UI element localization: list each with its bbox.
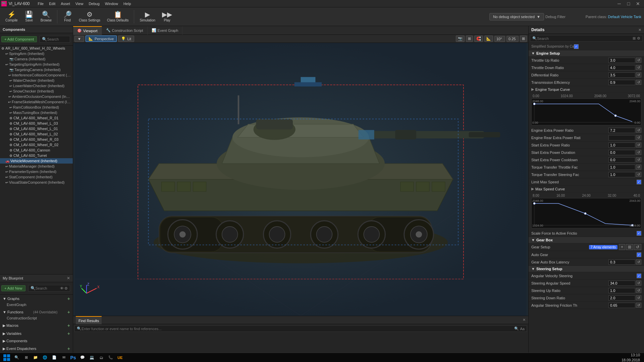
component-item[interactable]: ↩AmbientOcclusionComponent (Inherited) (0, 94, 73, 99)
throttle-up-reset[interactable]: ↺ (636, 58, 641, 63)
bp-settings-icon[interactable]: ⚙ (64, 286, 68, 291)
maximize-button[interactable]: □ (624, 0, 633, 7)
event-dispatchers-add-button[interactable]: + (67, 346, 70, 351)
viewport[interactable]: NO PRECOMPUTED VISIBILITY (73, 43, 528, 316)
details-grid-view[interactable]: ⊞ (633, 36, 636, 41)
class-settings-button[interactable]: ⚙ Class Settings (76, 10, 103, 23)
taskbar-ps[interactable]: Ps (69, 354, 77, 362)
functions-add-button[interactable]: + (67, 309, 70, 315)
steering-up-input[interactable] (608, 288, 635, 293)
minimize-button[interactable]: ─ (614, 0, 624, 7)
gear-latency-reset[interactable]: ↺ (636, 259, 641, 264)
menu-window[interactable]: Window (102, 0, 121, 7)
menu-file[interactable]: File (35, 0, 47, 7)
component-item[interactable]: ↩WaterChecker (Inherited) (0, 78, 73, 83)
taskbar-search-button[interactable]: 🔍 (13, 354, 21, 362)
menu-debug[interactable]: Debug (86, 0, 102, 7)
angle-icon-btn[interactable]: 📐 (484, 36, 493, 42)
limit-max-checkbox[interactable] (637, 180, 641, 184)
component-item[interactable]: 📷TargetingCamera (Inherited) (0, 67, 73, 72)
start-cooldown-input[interactable] (608, 157, 635, 163)
taskbar-messenger[interactable]: 💬 (78, 354, 87, 362)
torque-throttle-reset[interactable]: ↺ (636, 165, 641, 170)
component-item[interactable]: ⚙CM_LAV-600_Wheel_L_02 (0, 131, 73, 137)
menu-view[interactable]: View (73, 0, 86, 7)
viewport-options-button[interactable]: ▼ (74, 36, 84, 42)
start-duration-reset[interactable]: ↺ (636, 150, 641, 155)
steering-down-input[interactable] (608, 295, 635, 301)
component-item[interactable]: ↩RamCollisionBox (Inherited) (0, 105, 73, 110)
my-blueprint-close[interactable]: ✕ (67, 276, 70, 281)
component-item[interactable]: ↩TargetingSpringArm (Inherited) (0, 62, 73, 67)
components-search-input[interactable] (47, 37, 68, 41)
engine-setup-section-header[interactable]: ▼ Engine Setup (529, 50, 644, 57)
grid-icon-btn[interactable]: ⊞ (466, 36, 473, 42)
start-extra-reset[interactable]: ↺ (636, 142, 641, 147)
add-new-button[interactable]: + Add New (1, 285, 25, 291)
transmission-reset[interactable]: ↺ (636, 80, 641, 85)
scale-force-checkbox[interactable] (637, 231, 641, 236)
engine-rear-reset[interactable]: ↺ (636, 135, 641, 140)
tab-viewport[interactable]: 🎯 Viewport (73, 26, 102, 35)
component-item[interactable]: ↩FrameSkeletalMeshComponent (Inherited; (0, 99, 73, 105)
view-mode-btn[interactable]: ⊞ (520, 36, 527, 42)
tab-event-graph[interactable]: 📊 Event Graph (148, 26, 183, 35)
component-item[interactable]: ↩ParameterSystem (Inherited) (0, 169, 73, 174)
taskbar-code[interactable]: 💻 (88, 354, 96, 362)
variables-add-button[interactable]: + (67, 331, 70, 336)
find-results-close[interactable]: ✕ (523, 318, 526, 322)
construction-script-item[interactable]: ConstructionScript (3, 315, 70, 321)
component-item[interactable]: ↩MassTuningBox (Inherited) (0, 110, 73, 115)
play-button[interactable]: ▶▶ Play (159, 10, 175, 23)
component-item[interactable]: ⚙CM_LAV-600_Wheel_L_01 (0, 126, 73, 131)
variables-header[interactable]: ▶ Variables + (3, 330, 70, 337)
lit-button[interactable]: 💡 Lit (118, 36, 134, 42)
steering-down-reset[interactable]: ↺ (636, 295, 641, 300)
event-graph-item[interactable]: EventGraph (3, 302, 70, 307)
component-item[interactable]: 📷Camera (Inherited) (0, 56, 73, 62)
component-item[interactable]: ↩VisualStateComponent (Inherited) (0, 180, 73, 185)
find-case-toggle[interactable]: Aa (520, 327, 525, 331)
details-settings-icon[interactable]: ⚙ (637, 36, 640, 41)
component-item[interactable]: ⚙AR_LAV_600_Wheel_H_02_Wheels (0, 46, 73, 51)
torque-curve-canvas[interactable]: 2048.00 2048.00 0.00 0.00 (531, 99, 641, 125)
gear-box-section-header[interactable]: ▼ Gear Box (529, 237, 644, 243)
throttle-down-input[interactable] (608, 65, 635, 70)
menu-asset[interactable]: Asset (58, 0, 73, 7)
debug-object-button[interactable]: No debug object selected ▼ (489, 13, 544, 20)
gear-latency-input[interactable] (608, 259, 635, 265)
component-item[interactable]: ⚙CM_LAV-600_Wheel_R_03 (0, 137, 73, 142)
engine-torque-section[interactable]: ▶ Engine Torque Curve (529, 86, 644, 93)
transmission-input[interactable] (608, 80, 635, 85)
steering-up-reset[interactable]: ↺ (636, 288, 641, 293)
taskbar-task-view[interactable]: ⊞ (22, 354, 30, 362)
bp-eye-icon[interactable]: 👁 (60, 286, 64, 290)
camera-icon-btn[interactable]: 📷 (456, 36, 465, 42)
gear-reset-button[interactable]: ↺ (634, 244, 641, 250)
tab-construction-script[interactable]: 🔧 Construction Script (102, 26, 148, 35)
engine-rear-input[interactable] (608, 135, 635, 140)
angular-speed-input[interactable] (608, 281, 635, 286)
menu-edit[interactable]: Edit (46, 0, 58, 7)
taskbar-explorer[interactable]: 📁 (32, 354, 40, 362)
parent-class-link[interactable]: Default Vehicle Tank (608, 15, 641, 19)
components-bp-header[interactable]: ▶ Components (3, 338, 70, 344)
find-results-input[interactable] (82, 327, 514, 331)
taskbar-skype[interactable]: 📞 (107, 354, 115, 362)
component-item[interactable]: ↩SnowChecker (Inherited) (0, 88, 73, 94)
browse-button[interactable]: 🔍 Browse (38, 10, 54, 23)
angle-value[interactable]: 10° (494, 36, 505, 42)
angular-friction-input[interactable] (608, 303, 635, 308)
max-speed-section[interactable]: ▶ Max Speed Curve (529, 186, 644, 192)
my-blueprint-header[interactable]: My Blueprint ✕ (0, 275, 73, 282)
throttle-down-reset[interactable]: ↺ (636, 65, 641, 70)
taskbar-unreal[interactable]: UE (116, 354, 124, 362)
gear-add-button[interactable]: + (619, 244, 625, 250)
component-item[interactable]: ↩InterferenceCollisionComponent (Inherit… (0, 72, 73, 78)
auto-gear-checkbox[interactable] (637, 252, 641, 257)
component-item[interactable]: ↩StatComponent (Inherited) (0, 174, 73, 180)
taskbar-chrome[interactable]: 🌐 (41, 354, 49, 362)
max-speed-canvas[interactable]: 2048.00 2043.00 1024.00 1024.00 (531, 198, 641, 228)
engine-extra-input[interactable] (608, 128, 635, 133)
torque-steering-reset[interactable]: ↺ (636, 172, 641, 177)
